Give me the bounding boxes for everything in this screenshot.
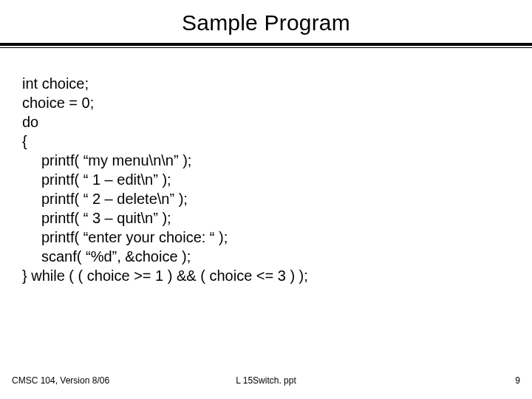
title-divider bbox=[0, 43, 532, 49]
code-line: do bbox=[22, 112, 520, 132]
divider-thin bbox=[0, 47, 532, 48]
code-block: int choice; choice = 0; do { printf( “my… bbox=[0, 49, 532, 285]
code-line: choice = 0; bbox=[22, 93, 520, 112]
slide: Sample Program int choice; choice = 0; d… bbox=[0, 0, 532, 399]
code-line: printf( “ 1 – edit\n” ); bbox=[22, 170, 520, 189]
code-line: int choice; bbox=[22, 74, 520, 93]
footer-page-number: 9 bbox=[515, 375, 520, 386]
code-line: printf( “enter your choice: “ ); bbox=[22, 228, 520, 247]
code-line: { bbox=[22, 132, 520, 151]
divider-thick bbox=[0, 43, 532, 46]
code-line: } while ( ( choice >= 1 ) && ( choice <=… bbox=[22, 266, 520, 285]
code-line: printf( “ 2 – delete\n” ); bbox=[22, 189, 520, 208]
code-line: printf( “my menu\n\n” ); bbox=[22, 151, 520, 170]
code-line: scanf( “%d”, &choice ); bbox=[22, 247, 520, 266]
code-line: printf( “ 3 – quit\n” ); bbox=[22, 208, 520, 228]
slide-title: Sample Program bbox=[0, 0, 532, 43]
footer-center: L 15Switch. ppt bbox=[0, 375, 532, 386]
